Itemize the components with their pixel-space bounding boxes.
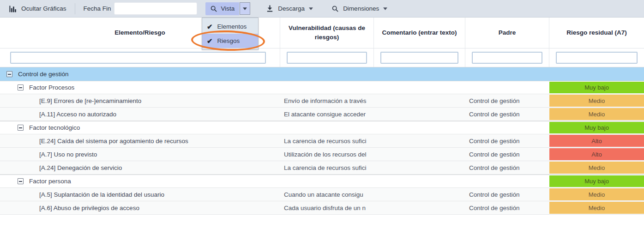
filter-row xyxy=(0,48,644,67)
element-name: [A.7] Uso no previsto xyxy=(39,151,97,158)
risk-cell: Medio xyxy=(549,161,644,174)
filter-cell xyxy=(280,48,374,67)
risk-cell xyxy=(549,67,644,80)
comment-cell xyxy=(374,108,465,121)
table-row[interactable]: [A.7] Uso no previsto Utilización de los… xyxy=(0,148,644,161)
vulnerability-cell xyxy=(280,121,374,134)
risk-badge: Muy bajo xyxy=(549,122,644,133)
collapse-icon[interactable] xyxy=(18,125,24,131)
checkmark-icon: ✔ xyxy=(207,23,213,31)
menu-item-elementos[interactable]: ✔ Elementos xyxy=(202,19,258,34)
risk-cell: Medio xyxy=(549,201,644,214)
vulnerability-cell: Envío de información a través xyxy=(280,94,374,107)
comment-cell xyxy=(374,188,465,201)
risk-badge: Medio xyxy=(549,108,644,120)
table-row[interactable]: [A.24] Denegación de servicio La carenci… xyxy=(0,161,644,175)
column-header-padre[interactable]: Padre xyxy=(465,18,549,48)
element-cell: [A.11] Acceso no autorizado xyxy=(0,108,280,121)
element-cell: Control de gestión xyxy=(0,67,280,80)
vulnerability-cell: El atacante consigue acceder xyxy=(280,108,374,121)
filter-input-vulnerabilidad[interactable] xyxy=(287,52,367,64)
vista-button-group: Vista xyxy=(205,2,251,15)
element-name: [E.9] Errores de [re-]encaminamiento xyxy=(39,97,141,104)
table-row[interactable]: [E.24] Caída del sistema por agotamiento… xyxy=(0,134,644,148)
filter-input-elemento[interactable] xyxy=(10,52,266,64)
vista-dropdown-arrow[interactable] xyxy=(240,2,250,15)
table-row[interactable]: [E.9] Errores de [re-]encaminamiento Env… xyxy=(0,94,644,108)
chevron-down-icon xyxy=(309,7,313,10)
table-row[interactable]: [A.5] Suplantación de la identidad del u… xyxy=(0,188,644,201)
vista-menu: ✔ Elementos ✔ Riesgos xyxy=(202,18,259,50)
hide-charts-button[interactable]: Ocultar Gráficas xyxy=(5,2,70,15)
table-row[interactable]: Factor tecnológico Muy bajo xyxy=(0,121,644,134)
chevron-down-icon xyxy=(243,7,247,10)
comment-cell xyxy=(374,134,465,147)
risk-cell: Alto xyxy=(549,148,644,161)
table-body: Control de gestión Factor Procesos Muy b… xyxy=(0,67,644,215)
parent-cell xyxy=(465,67,549,80)
comment-cell xyxy=(374,67,465,80)
vista-button[interactable]: Vista xyxy=(205,2,240,15)
parent-cell xyxy=(465,81,549,94)
element-name: [A.6] Abuso de privilegios de acceso xyxy=(39,205,139,211)
comment-cell xyxy=(374,121,465,134)
comment-cell xyxy=(374,81,465,94)
table-header: Elemento/Riesgo Vulnerabilidad (causas d… xyxy=(0,18,644,48)
descarga-label: Descarga xyxy=(278,5,305,12)
vulnerability-cell: Utilización de los recursos del xyxy=(280,148,374,161)
risk-badge: Muy bajo xyxy=(549,175,644,187)
element-cell: [A.6] Abuso de privilegios de acceso xyxy=(0,201,280,214)
collapse-icon[interactable] xyxy=(18,84,24,90)
parent-cell: Control de gestión xyxy=(465,188,549,201)
element-cell: [A.5] Suplantación de la identidad del u… xyxy=(0,188,280,201)
table-row[interactable]: Factor Procesos Muy bajo xyxy=(0,81,644,94)
filter-input-comentario[interactable] xyxy=(380,52,458,64)
dimensiones-label: Dimensiones xyxy=(343,5,379,12)
element-cell: [A.24] Denegación de servicio xyxy=(0,161,280,174)
risk-badge: Alto xyxy=(549,135,644,147)
table-row[interactable]: [A.6] Abuso de privilegios de acceso Cad… xyxy=(0,201,644,215)
column-header-comentario[interactable]: Comentario (entrar texto) xyxy=(374,18,465,48)
collapse-icon[interactable] xyxy=(18,178,24,184)
element-name: [E.24] Caída del sistema por agotamiento… xyxy=(39,138,188,145)
table-row[interactable]: [A.11] Acceso no autorizado El atacante … xyxy=(0,108,644,121)
filter-cell xyxy=(549,48,644,67)
comment-cell xyxy=(374,148,465,161)
comment-cell xyxy=(374,201,465,214)
magnifier-icon xyxy=(210,5,217,12)
menu-item-label: Elementos xyxy=(217,23,247,30)
vulnerability-cell xyxy=(280,67,374,80)
risk-badge: Muy bajo xyxy=(549,82,644,93)
element-name: Control de gestión xyxy=(18,71,69,78)
dimensiones-button[interactable]: Dimensiones xyxy=(329,3,390,15)
risk-badge: Medio xyxy=(549,202,644,214)
parent-cell: Control de gestión xyxy=(465,134,549,147)
column-header-vulnerabilidad[interactable]: Vulnerabilidad (causas de riesgos) xyxy=(280,18,374,48)
menu-item-riesgos[interactable]: ✔ Riesgos xyxy=(202,34,258,48)
table-row[interactable]: Control de gestión xyxy=(0,67,644,81)
comment-cell xyxy=(374,161,465,174)
descarga-button[interactable]: Descarga xyxy=(263,2,316,15)
collapse-icon[interactable] xyxy=(6,71,12,77)
element-name: Factor Procesos xyxy=(29,84,74,91)
fecha-fin-input[interactable] xyxy=(114,2,197,15)
vulnerability-cell xyxy=(280,175,374,187)
risk-badge: Medio xyxy=(549,188,644,200)
filter-input-riesgo[interactable] xyxy=(556,52,638,64)
risk-cell: Medio xyxy=(549,108,644,121)
risk-cell: Muy bajo xyxy=(549,175,644,187)
column-header-riesgo-residual[interactable]: Riesgo residual (A7) xyxy=(549,18,644,48)
risk-table-app: Ocultar Gráficas Fecha Fin Vista Descarg… xyxy=(0,0,644,229)
element-cell: Factor tecnológico xyxy=(0,121,280,134)
toolbar-separator xyxy=(75,3,75,14)
toolbar: Ocultar Gráficas Fecha Fin Vista Descarg… xyxy=(0,0,644,18)
risk-cell: Medio xyxy=(549,94,644,107)
filter-cell xyxy=(0,48,280,67)
element-name: [A.11] Acceso no autorizado xyxy=(39,111,116,118)
filter-input-padre[interactable] xyxy=(472,52,542,64)
comment-cell xyxy=(374,94,465,107)
table-row[interactable]: Factor persona Muy bajo xyxy=(0,175,644,188)
element-cell: Factor persona xyxy=(0,175,280,187)
risk-cell: Muy bajo xyxy=(549,81,644,94)
filter-cell xyxy=(465,48,549,67)
